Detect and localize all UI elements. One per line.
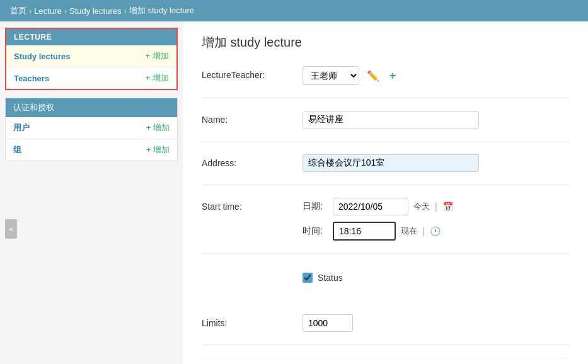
limits-input[interactable] [303,314,353,332]
clock-icon[interactable]: 🕐 [430,226,441,236]
now-link[interactable]: 现在 [401,225,417,237]
sidebar: LECTURE Study lectures + 增加 Teachers + 增… [0,21,183,364]
nav-lecture[interactable]: Lecture [34,6,61,16]
auth-section-header: 认证和授权 [6,98,177,117]
lecture-section-header: LECTURE [6,29,176,45]
edit-teacher-button[interactable]: ✏️ [364,69,382,83]
sidebar-item-groups[interactable]: 组 + 增加 [6,139,177,161]
auth-section: 认证和授权 用户 + 增加 组 + 增加 [5,98,178,161]
groups-add[interactable]: + 增加 [146,144,170,156]
limits-label: Limits: [202,314,303,328]
status-empty-label [202,266,303,270]
name-row: Name: [202,111,569,142]
page-title: 增加 study lecture [202,34,569,51]
users-label: 用户 [13,122,30,134]
sidebar-item-teachers[interactable]: Teachers + 增加 [6,67,176,89]
breadcrumb: 首页 › Lecture › Study lectures › 增加 study… [0,0,588,21]
status-row: Status [202,266,569,302]
lecture-teacher-controls: 王老师 ✏️ + [303,66,569,85]
datetime-wrap: 日期: 今天 | 📅 时间: 现在 | 🕐 [303,198,453,241]
today-link[interactable]: 今天 [413,201,430,212]
limits-row: Limits: [202,314,569,345]
name-label: Name: [202,111,303,125]
study-lectures-label: Study lectures [14,52,71,61]
date-label: 日期: [303,201,328,212]
date-row: 日期: 今天 | 📅 [303,198,453,215]
address-label: Address: [202,154,303,168]
nav-home[interactable]: 首页 [10,5,26,16]
teachers-label: Teachers [14,74,49,83]
status-control: Status [303,266,569,289]
status-checkbox[interactable] [303,273,313,283]
sidebar-item-users[interactable]: 用户 + 增加 [6,117,177,139]
time-input[interactable] [333,222,396,241]
calendar-icon[interactable]: 📅 [442,202,453,212]
date-input[interactable] [333,198,408,215]
start-time-label: Start time: [202,198,303,212]
form-footer: 保存并增加另一个 保存并继续编辑 保存 [202,358,569,364]
lecture-teacher-row: LectureTeacher: 王老师 ✏️ + [202,66,569,98]
main-content: 增加 study lecture LectureTeacher: 王老师 ✏️ … [183,21,588,364]
time-label: 时间: [303,225,328,237]
address-row: Address: [202,154,569,185]
lecture-teacher-label: LectureTeacher: [202,66,303,80]
name-control [303,111,569,128]
collapse-sidebar-button[interactable]: « [5,219,17,239]
lecture-section: LECTURE Study lectures + 增加 Teachers + 增… [5,28,178,90]
pipe-separator2: | [422,226,425,236]
start-time-controls: 日期: 今天 | 📅 时间: 现在 | 🕐 [303,198,569,241]
nav-study-lectures[interactable]: Study lectures [69,6,121,16]
add-teacher-button[interactable]: + [387,68,399,84]
address-control [303,154,569,172]
time-row: 时间: 现在 | 🕐 [303,222,453,241]
start-time-row: Start time: 日期: 今天 | 📅 时间: 现在 | [202,198,569,254]
users-add[interactable]: + 增加 [146,122,170,134]
groups-label: 组 [13,144,21,156]
nav-current: 增加 study lecture [129,5,194,16]
address-input[interactable] [303,154,479,172]
sidebar-item-study-lectures[interactable]: Study lectures + 增加 [6,45,176,67]
limits-control [303,314,569,332]
lecture-teacher-select[interactable]: 王老师 [303,66,359,85]
status-label: Status [318,273,343,283]
name-input[interactable] [303,111,479,128]
pipe-separator: | [435,202,437,212]
study-lectures-add[interactable]: + 增加 [146,50,169,62]
teachers-add[interactable]: + 增加 [146,72,169,84]
